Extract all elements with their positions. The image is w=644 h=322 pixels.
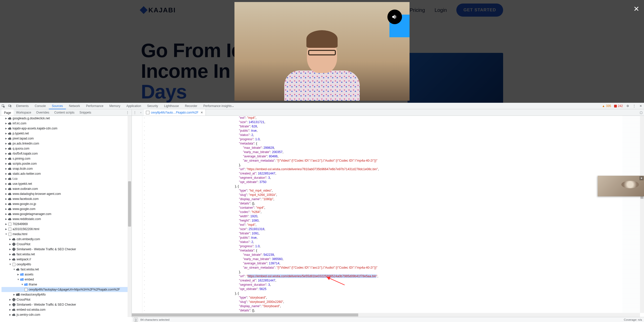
tree-item[interactable]: pixel.tapad.com bbox=[2, 136, 132, 141]
sources-subtab-workspace[interactable]: Workspace bbox=[14, 109, 34, 116]
file-history-button[interactable]: ⋮ bbox=[132, 109, 138, 116]
editor-minimap[interactable] bbox=[622, 116, 640, 313]
tree-item[interactable]: googleads.g.doubleclick.net bbox=[2, 116, 132, 121]
devtools-tab-performance-insights[interactable]: Performance insights ⌄ bbox=[200, 103, 237, 109]
toggle-sidebar-button[interactable]: ▢ bbox=[638, 109, 644, 116]
devtools-tab-performance[interactable]: Performance bbox=[83, 103, 106, 109]
lightbox-close-button[interactable]: ✕ bbox=[633, 6, 639, 12]
tree-item[interactable]: js.sentry-cdn.com bbox=[2, 312, 132, 317]
tree-item[interactable]: www.redditstatic.com bbox=[2, 217, 132, 222]
cloud-icon bbox=[8, 127, 12, 130]
tree-item-label: s.pinimg.com bbox=[13, 157, 30, 160]
editor-code[interactable]: "ext": "mp4","size": 145131721,"bitrate"… bbox=[148, 116, 622, 313]
sources-subtab-snippets[interactable]: Snippets bbox=[77, 109, 94, 116]
cloud-icon bbox=[8, 162, 12, 165]
document-icon bbox=[8, 222, 12, 226]
sources-subtab-page[interactable]: Page bbox=[2, 109, 14, 116]
tree-item[interactable]: cexy8p4ifo?autoplay=1&pageUrl=https%3A%2… bbox=[2, 287, 132, 292]
tree-item[interactable]: www.google.co.jp bbox=[2, 201, 132, 206]
tree-item[interactable]: www.google.com bbox=[2, 206, 132, 211]
tree-item[interactable]: snap.licdn.com bbox=[2, 166, 132, 171]
lightbox-video[interactable] bbox=[234, 2, 410, 101]
tree-item[interactable]: inf.irc.com bbox=[2, 121, 132, 126]
tree-item-label: Similarweb - Website Traffic & SEO Check… bbox=[17, 303, 76, 306]
tree-item-label: static.ads-twitter.com bbox=[13, 172, 41, 175]
tree-item[interactable]: cdn.embedly.com bbox=[2, 237, 132, 242]
tree-item[interactable]: webpack:// bbox=[2, 257, 132, 262]
tree-item[interactable]: fast.wistia.net bbox=[2, 267, 132, 272]
file-nav-button[interactable]: ▫ bbox=[138, 109, 144, 116]
tree-item-label: js.sentry-cdn.com bbox=[17, 313, 40, 316]
picture-in-picture[interactable]: ✕ bbox=[598, 176, 644, 196]
tree-item[interactable]: a20101562208.html bbox=[2, 227, 132, 232]
devtools-tab-application[interactable]: Application bbox=[123, 103, 144, 109]
pretty-print-button[interactable]: {} bbox=[134, 318, 138, 322]
tree-item[interactable]: s.pinimg.com bbox=[2, 156, 132, 161]
devtools-tab-sources[interactable]: Sources bbox=[49, 103, 66, 109]
warnings-badge[interactable]: ▲ 335 bbox=[600, 103, 613, 109]
tree-item[interactable]: embed-ssl.wistia.com bbox=[2, 307, 132, 312]
devtools-tab-elements[interactable]: Elements bbox=[13, 103, 32, 109]
tree-item[interactable]: CrossPilot bbox=[2, 242, 132, 247]
tree-item[interactable]: CrossPilot bbox=[2, 297, 132, 302]
tree-item[interactable]: wave.outbrain.com bbox=[2, 186, 132, 191]
tree-item[interactable]: fast.wistia.net bbox=[2, 252, 132, 257]
tree-item[interactable]: www.facebook.com bbox=[2, 196, 132, 201]
devtools-tab-lighthouse[interactable]: Lighthouse bbox=[161, 103, 182, 109]
sources-subtab-content-scripts[interactable]: Content scripts bbox=[52, 109, 77, 116]
tree-item[interactable]: Similarweb - Website Traffic & SEO Check… bbox=[2, 247, 132, 252]
devtools-tab-recorder[interactable]: Recorder bbox=[182, 103, 200, 109]
devtools-close-button[interactable]: ✕ bbox=[637, 103, 644, 109]
tree-item[interactable]: www.googletagmanager.com bbox=[2, 211, 132, 217]
errors-badge[interactable]: 242 bbox=[613, 103, 624, 109]
cloud-icon bbox=[8, 157, 12, 160]
tree-item-label: wave.outbrain.com bbox=[13, 187, 38, 191]
tree-item[interactable]: Similarweb - Website Traffic & SEO Check… bbox=[2, 302, 132, 307]
pip-close-button[interactable]: ✕ bbox=[639, 176, 643, 180]
video-unmute-button[interactable] bbox=[387, 10, 402, 24]
devtools-settings-button[interactable]: ⚙ bbox=[624, 103, 631, 109]
tree-scrollbar[interactable] bbox=[128, 116, 132, 317]
cloud-icon bbox=[8, 182, 12, 186]
sources-file-tree[interactable]: googleads.g.doubleclick.netinf.irc.comka… bbox=[0, 116, 132, 317]
devtools-more-button[interactable]: ⋮ bbox=[631, 103, 637, 109]
device-toolbar-icon[interactable] bbox=[7, 103, 13, 109]
tree-item[interactable]: assets bbox=[2, 272, 132, 277]
devtools-tab-memory[interactable]: Memory bbox=[106, 103, 123, 109]
tree-item[interactable]: media.html bbox=[2, 232, 132, 237]
speaker-icon bbox=[391, 14, 398, 20]
devtools-tab-security[interactable]: Security bbox=[144, 103, 161, 109]
editor-vscrollbar[interactable] bbox=[640, 116, 644, 313]
tree-item[interactable]: static.ads-twitter.com bbox=[2, 171, 132, 176]
tree-item[interactable]: 702849969 bbox=[2, 222, 132, 227]
tree-item[interactable]: use.typekit.net bbox=[2, 181, 132, 186]
tree-item[interactable]: t.co bbox=[2, 176, 132, 181]
braces-icon: {} bbox=[135, 318, 137, 321]
extension-icon bbox=[12, 298, 16, 301]
tree-item[interactable]: p.typekit.net bbox=[2, 131, 132, 136]
cloud-icon bbox=[12, 253, 16, 256]
tree-item[interactable]: www.datadoghq-browser-agent.com bbox=[2, 191, 132, 196]
folder-icon bbox=[20, 273, 24, 276]
sources-subtab-overrides[interactable]: Overrides bbox=[34, 109, 52, 116]
open-file-tab[interactable]: cexy8p4ifo?auto…Fkajabi.com%2F ✕ bbox=[144, 109, 206, 116]
tree-item[interactable]: cexy8p4ifo bbox=[2, 262, 132, 267]
tree-item[interactable]: px.ads.linkedin.com bbox=[2, 141, 132, 146]
tree-item-label: kajabi-app-assets.kajabi-cdn.com bbox=[13, 127, 57, 130]
tree-item-label: t.co bbox=[13, 177, 17, 181]
tree-item[interactable]: embed bbox=[2, 277, 132, 282]
tree-item[interactable]: q.quora.com bbox=[2, 146, 132, 151]
tree-item[interactable]: scripts.postie.com bbox=[2, 161, 132, 166]
tree-item[interactable]: kajabi-app-assets.kajabi-cdn.com bbox=[2, 126, 132, 131]
devtools-tab-network[interactable]: Network bbox=[66, 103, 83, 109]
close-file-icon[interactable]: ✕ bbox=[200, 111, 203, 114]
source-editor[interactable]: ----------------------------------------… bbox=[132, 116, 644, 317]
inspect-element-icon[interactable] bbox=[0, 103, 7, 109]
tree-item-label: a20101562208.html bbox=[13, 227, 39, 231]
sources-subtab-more[interactable]: ⋮ bbox=[124, 109, 132, 116]
tree-item[interactable]: medias/cexy8p4ifo bbox=[2, 292, 132, 297]
editor-hscrollbar[interactable] bbox=[132, 313, 640, 317]
tree-item[interactable]: iframe bbox=[2, 282, 132, 287]
tree-item[interactable]: rbsf5vft.kajabi.com bbox=[2, 151, 132, 156]
devtools-tab-console[interactable]: Console bbox=[32, 103, 49, 109]
